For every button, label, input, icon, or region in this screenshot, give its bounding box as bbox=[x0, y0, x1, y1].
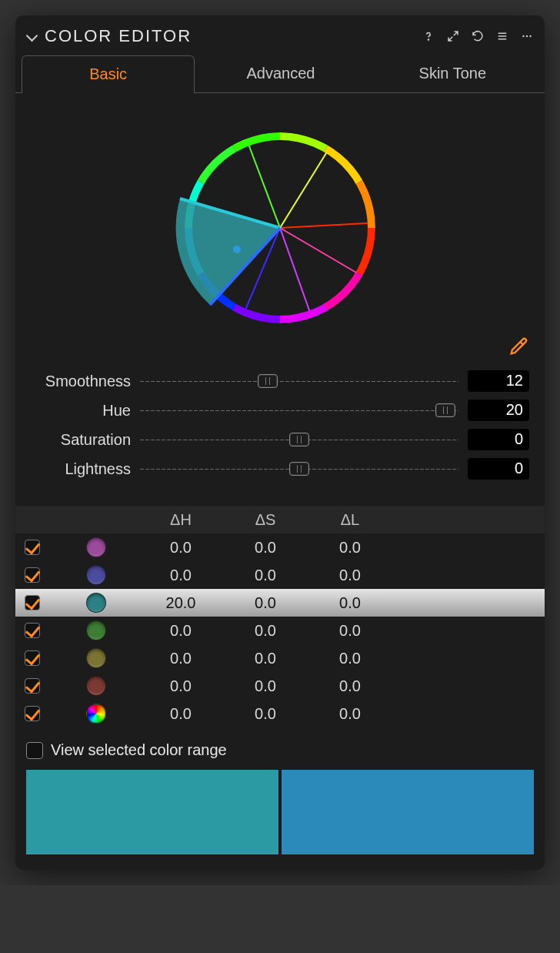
table-row[interactable]: 0.00.00.0 bbox=[15, 700, 545, 727]
row-checkbox[interactable] bbox=[25, 567, 40, 583]
slider-label: Saturation bbox=[31, 431, 131, 449]
more-icon[interactable] bbox=[520, 29, 534, 43]
slider-value[interactable]: 0 bbox=[468, 429, 529, 450]
table-row[interactable]: 0.00.00.0 bbox=[15, 644, 545, 672]
panel-title: COLOR EDITOR bbox=[45, 26, 422, 46]
color-swatch[interactable] bbox=[86, 537, 106, 557]
slider-value[interactable]: 0 bbox=[468, 458, 529, 480]
slider-handle[interactable] bbox=[289, 433, 309, 446]
row-checkbox[interactable] bbox=[25, 650, 40, 666]
color-editor-panel: COLOR EDITOR bbox=[15, 15, 545, 870]
color-after-patch bbox=[282, 770, 534, 854]
cell-dl: 0.0 bbox=[308, 705, 392, 723]
slider-lightness-row: Lightness 0 bbox=[31, 458, 529, 480]
svg-point-2 bbox=[526, 35, 528, 37]
eyedropper-icon[interactable] bbox=[508, 336, 529, 361]
cell-ds: 0.0 bbox=[223, 677, 308, 695]
header-icons bbox=[422, 29, 534, 43]
table-row[interactable]: 0.00.00.0 bbox=[15, 672, 545, 700]
cell-dl: 0.0 bbox=[308, 677, 392, 695]
cell-dh: 0.0 bbox=[138, 567, 223, 584]
tabs: Basic Advanced Skin Tone bbox=[15, 55, 545, 93]
table-row[interactable]: 0.00.00.0 bbox=[15, 617, 545, 644]
cell-ds: 0.0 bbox=[223, 567, 308, 584]
tab-advanced[interactable]: Advanced bbox=[195, 55, 366, 92]
cell-ds: 0.0 bbox=[223, 622, 308, 640]
color-compare bbox=[15, 770, 545, 854]
slider-label: Smoothness bbox=[31, 373, 131, 390]
collapse-chevron-icon[interactable] bbox=[26, 30, 38, 42]
panel-header: COLOR EDITOR bbox=[15, 15, 545, 55]
table-row[interactable]: 0.00.00.0 bbox=[15, 561, 545, 589]
color-swatch[interactable] bbox=[86, 593, 106, 613]
slider-value[interactable]: 12 bbox=[468, 370, 529, 392]
slider-value[interactable]: 20 bbox=[468, 400, 529, 421]
row-checkbox[interactable] bbox=[25, 623, 40, 638]
table-row[interactable]: 20.00.00.0 bbox=[15, 589, 545, 617]
color-table: ΔH ΔS ΔL 0.00.00.00.00.00.020.00.00.00.0… bbox=[15, 503, 545, 734]
cell-ds: 0.0 bbox=[223, 539, 308, 557]
rainbow-swatch[interactable] bbox=[86, 704, 106, 724]
slider-saturation[interactable] bbox=[140, 432, 458, 447]
slider-label: Hue bbox=[31, 402, 131, 420]
view-selected-row: View selected color range bbox=[15, 734, 545, 770]
col-dh: ΔH bbox=[138, 511, 223, 529]
color-swatch[interactable] bbox=[86, 565, 106, 585]
color-swatch[interactable] bbox=[86, 648, 106, 668]
col-ds: ΔS bbox=[223, 511, 308, 529]
color-swatch[interactable] bbox=[86, 620, 106, 640]
row-checkbox[interactable] bbox=[25, 595, 40, 610]
cell-dl: 0.0 bbox=[308, 539, 392, 557]
cell-dl: 0.0 bbox=[308, 594, 392, 612]
view-selected-checkbox[interactable] bbox=[26, 742, 43, 759]
svg-point-3 bbox=[529, 35, 531, 37]
tab-skin-tone[interactable]: Skin Tone bbox=[367, 55, 538, 92]
slider-lightness[interactable] bbox=[140, 461, 458, 476]
slider-label: Lightness bbox=[31, 460, 131, 478]
cell-ds: 0.0 bbox=[223, 705, 308, 723]
tab-basic[interactable]: Basic bbox=[22, 55, 195, 93]
view-selected-label: View selected color range bbox=[51, 741, 227, 759]
cell-dh: 0.0 bbox=[138, 539, 223, 557]
cell-dl: 0.0 bbox=[308, 650, 392, 667]
expand-icon[interactable] bbox=[446, 29, 460, 43]
slider-handle[interactable] bbox=[289, 462, 309, 476]
color-wheel-area bbox=[15, 101, 545, 355]
svg-point-1 bbox=[522, 35, 524, 37]
row-checkbox[interactable] bbox=[25, 540, 40, 555]
color-wheel[interactable] bbox=[172, 120, 388, 336]
col-dl: ΔL bbox=[308, 511, 392, 529]
slider-smoothness-row: Smoothness 12 bbox=[31, 370, 529, 392]
reset-icon[interactable] bbox=[471, 29, 485, 43]
slider-saturation-row: Saturation 0 bbox=[31, 429, 529, 450]
color-swatch[interactable] bbox=[86, 676, 106, 696]
slider-handle[interactable] bbox=[435, 403, 455, 417]
svg-point-0 bbox=[428, 39, 428, 40]
slider-hue-row: Hue 20 bbox=[31, 400, 529, 421]
cell-dh: 0.0 bbox=[138, 705, 223, 723]
cell-ds: 0.0 bbox=[223, 594, 308, 612]
svg-point-15 bbox=[233, 246, 241, 253]
menu-icon[interactable] bbox=[495, 29, 509, 43]
table-header: ΔH ΔS ΔL bbox=[15, 506, 545, 533]
row-checkbox[interactable] bbox=[25, 678, 40, 694]
cell-dl: 0.0 bbox=[308, 622, 392, 640]
cell-dh: 0.0 bbox=[138, 650, 223, 667]
table-row[interactable]: 0.00.00.0 bbox=[15, 533, 545, 561]
slider-handle[interactable] bbox=[258, 374, 278, 388]
cell-dh: 0.0 bbox=[138, 622, 223, 640]
cell-dh: 20.0 bbox=[138, 594, 223, 612]
sliders: Smoothness 12 Hue 20 Saturation 0 Ligh bbox=[15, 355, 545, 503]
cell-dh: 0.0 bbox=[138, 677, 223, 695]
help-icon[interactable] bbox=[422, 29, 435, 43]
color-before-patch bbox=[26, 770, 278, 854]
cell-dl: 0.0 bbox=[308, 567, 392, 584]
cell-ds: 0.0 bbox=[223, 650, 308, 667]
row-checkbox[interactable] bbox=[25, 706, 40, 721]
slider-hue[interactable] bbox=[140, 403, 458, 418]
slider-smoothness[interactable] bbox=[140, 373, 458, 389]
